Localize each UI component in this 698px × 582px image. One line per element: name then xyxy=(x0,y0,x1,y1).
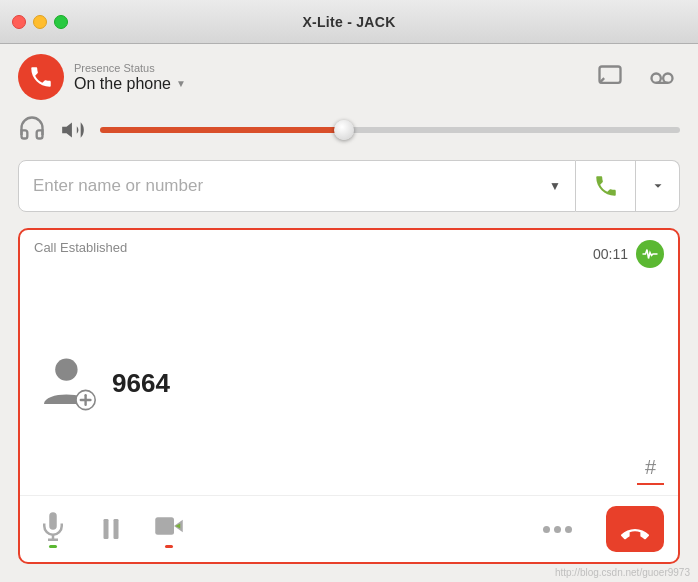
maximize-button[interactable] xyxy=(54,15,68,29)
hangup-button[interactable] xyxy=(606,506,664,552)
hangup-icon xyxy=(621,515,649,543)
volume-slider[interactable] xyxy=(100,120,680,140)
voicemail-button[interactable] xyxy=(644,59,680,95)
call-timer: 00:11 xyxy=(593,246,628,262)
dial-bar: ▼ xyxy=(18,160,680,212)
minimize-button[interactable] xyxy=(33,15,47,29)
pulse-svg xyxy=(641,245,659,263)
call-card: Call Established 00:11 xyxy=(18,228,680,564)
traffic-lights xyxy=(12,15,68,29)
more-dot-1 xyxy=(543,526,550,533)
top-row: Presence Status On the phone ▼ xyxy=(18,44,680,108)
slider-thumb[interactable] xyxy=(334,120,354,140)
presence-status-text: On the phone xyxy=(74,75,171,93)
caller-info: 9664 xyxy=(102,368,637,399)
chat-icon xyxy=(596,63,624,91)
chat-button[interactable] xyxy=(592,59,628,95)
main-panel: Presence Status On the phone ▼ xyxy=(0,44,698,582)
dial-call-button[interactable] xyxy=(576,160,636,212)
close-button[interactable] xyxy=(12,15,26,29)
call-info-row: Call Established 00:11 xyxy=(20,230,678,274)
dial-input-wrap: ▼ xyxy=(18,160,576,212)
chevron-down-icon xyxy=(651,179,665,193)
dial-phone-icon xyxy=(593,173,619,199)
svg-point-5 xyxy=(55,358,77,380)
call-status-text: Call Established xyxy=(34,240,127,255)
status-phone-icon xyxy=(18,54,64,100)
pulse-icon xyxy=(636,240,664,268)
svg-rect-11 xyxy=(104,519,109,539)
top-icons xyxy=(592,59,680,95)
dial-more-button[interactable] xyxy=(636,160,680,212)
call-timer-area: 00:11 xyxy=(593,240,664,268)
hold-button[interactable] xyxy=(92,510,130,548)
caller-number: 9664 xyxy=(112,368,637,399)
app-title: X-Lite - JACK xyxy=(302,14,395,30)
presence-dropdown-icon[interactable]: ▼ xyxy=(176,78,186,89)
svg-point-1 xyxy=(652,74,661,83)
more-dot-3 xyxy=(565,526,572,533)
headset-svg xyxy=(18,114,46,142)
svg-marker-4 xyxy=(62,122,72,137)
caller-avatar xyxy=(34,350,102,418)
dial-input[interactable] xyxy=(33,176,541,196)
presence-text-group: Presence Status On the phone ▼ xyxy=(74,62,186,93)
more-dot-2 xyxy=(554,526,561,533)
headset-icon xyxy=(18,114,46,146)
watermark: http://blog.csdn.net/guoer9973 xyxy=(555,567,690,578)
title-bar: X-Lite - JACK xyxy=(0,0,698,44)
svg-point-2 xyxy=(663,74,672,83)
svg-rect-12 xyxy=(114,519,119,539)
call-card-inner: Call Established 00:11 xyxy=(20,230,678,562)
video-indicator xyxy=(165,545,173,548)
mic-icon xyxy=(38,511,68,541)
voicemail-icon xyxy=(648,63,676,91)
phone-svg xyxy=(28,64,54,90)
pause-icon xyxy=(96,514,126,544)
slider-track xyxy=(100,127,680,133)
presence-section: Presence Status On the phone ▼ xyxy=(18,54,186,100)
svg-rect-14 xyxy=(155,517,174,535)
speaker-icon xyxy=(60,117,86,143)
call-body: 9664 # xyxy=(20,274,678,495)
call-actions xyxy=(20,496,678,562)
mute-button[interactable] xyxy=(34,507,72,552)
hash-button[interactable]: # xyxy=(637,452,664,485)
avatar-svg xyxy=(36,352,100,416)
presence-label: Presence Status xyxy=(74,62,186,74)
dial-dropdown-icon[interactable]: ▼ xyxy=(549,179,561,193)
volume-row xyxy=(18,108,680,160)
speaker-svg xyxy=(60,117,86,143)
presence-status-row[interactable]: On the phone ▼ xyxy=(74,75,186,93)
video-icon xyxy=(154,511,184,541)
mic-indicator xyxy=(49,545,57,548)
video-button[interactable] xyxy=(150,507,188,552)
more-options-button[interactable] xyxy=(535,522,580,537)
